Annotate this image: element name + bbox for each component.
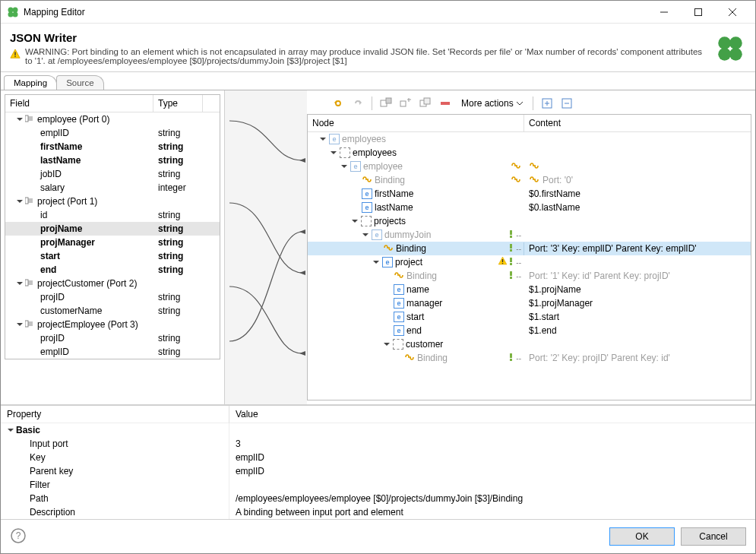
node-row[interactable]: estart$1.start	[308, 310, 751, 324]
help-button[interactable]: ?	[10, 527, 27, 546]
field-row[interactable]: project (Port 1)	[5, 195, 220, 208]
undo-button[interactable]	[330, 95, 346, 112]
close-button[interactable]	[715, 1, 749, 23]
field-row[interactable]: endstring	[5, 263, 220, 277]
svg-rect-26	[25, 321, 28, 327]
collapse-all-button[interactable]	[558, 95, 575, 112]
node-row[interactable]: ename$1.projName	[308, 283, 751, 296]
mapping-editor-window: Mapping Editor JSON Writer WARNING: Port…	[0, 0, 756, 554]
node-row[interactable]: eemployee	[308, 160, 751, 173]
node-row[interactable]: projects	[308, 214, 751, 228]
prop-value[interactable]	[229, 478, 755, 492]
chevron-down-icon[interactable]	[16, 321, 24, 328]
tab-source[interactable]: Source	[56, 75, 103, 90]
object-icon	[393, 339, 403, 350]
field-row[interactable]: projIDstring	[5, 331, 220, 345]
node-row[interactable]: emanager$1.projManager	[308, 296, 751, 310]
node-label: end	[406, 325, 422, 336]
prop-value[interactable]: emplID	[229, 464, 755, 478]
node-content: $1.projManager	[529, 298, 593, 309]
header-area: JSON Writer WARNING: Port binding to an …	[1, 24, 755, 72]
node-row[interactable]: efirstName$0.firstName	[308, 187, 751, 201]
node-row[interactable]: elastName$0.lastName	[308, 201, 751, 214]
prop-key: Input port	[1, 437, 229, 451]
field-row[interactable]: idstring	[5, 208, 220, 222]
chevron-down-icon[interactable]	[16, 198, 24, 205]
field-row[interactable]: salaryinteger	[5, 181, 220, 195]
field-row[interactable]: projectCustomer (Port 2)	[5, 277, 220, 290]
field-type: string	[153, 305, 203, 316]
chevron-down-icon[interactable]	[16, 116, 24, 123]
field-label: firstName	[40, 141, 82, 152]
col-content[interactable]: Content	[524, 115, 751, 131]
delete-button[interactable]	[437, 95, 454, 112]
col-property[interactable]: Property	[1, 406, 229, 423]
field-row[interactable]: projIDstring	[5, 290, 220, 304]
chevron-down-icon[interactable]	[319, 135, 327, 143]
section-basic[interactable]: Basic	[1, 423, 229, 437]
field-type: string	[153, 251, 203, 261]
chevron-down-icon[interactable]	[340, 163, 348, 170]
node-row[interactable]: customer	[308, 337, 751, 351]
chevron-down-icon[interactable]	[330, 149, 337, 157]
svg-rect-41	[510, 249, 512, 252]
field-row[interactable]: firstNamestring	[5, 140, 220, 154]
object-icon	[340, 147, 350, 158]
node-row[interactable]: edummyJoin--	[308, 228, 751, 242]
field-row[interactable]: customerNamestring	[5, 304, 220, 318]
titlebar: Mapping Editor	[1, 1, 755, 24]
minimize-button[interactable]	[647, 1, 681, 23]
field-row[interactable]: jobIDstring	[5, 167, 220, 181]
field-row[interactable]: startstring	[5, 249, 220, 263]
chevron-down-icon[interactable]	[351, 217, 359, 225]
tab-mapping[interactable]: Mapping	[4, 75, 57, 90]
svg-rect-44	[510, 258, 512, 262]
prop-value[interactable]: A binding between input port and element	[229, 505, 755, 519]
insert-node-button[interactable]	[397, 95, 414, 112]
svg-rect-18	[25, 198, 28, 204]
node-row[interactable]: eend$1.end	[308, 324, 751, 337]
col-value[interactable]: Value	[229, 406, 755, 423]
field-row[interactable]: emplIDstring	[5, 126, 220, 140]
expand-all-button[interactable]	[539, 95, 555, 112]
field-label: projManager	[40, 237, 95, 248]
copy-node-button[interactable]	[417, 95, 434, 112]
window-title: Mapping Editor	[24, 7, 647, 17]
chevron-down-icon[interactable]	[16, 280, 24, 287]
field-row[interactable]: lastNamestring	[5, 154, 220, 167]
node-row[interactable]: Binding--Port: '3' Key: emplID' Parent K…	[308, 242, 751, 255]
warning-message: WARNING: Port binding to an element whic…	[10, 47, 707, 65]
prop-value[interactable]: /employees/employees/employee [$0]/proje…	[229, 492, 755, 505]
element-icon: e	[350, 161, 361, 172]
col-type[interactable]: Type	[153, 95, 203, 112]
add-node-button[interactable]	[378, 95, 394, 112]
chevron-down-icon[interactable]	[372, 258, 380, 266]
prop-value[interactable]: 3	[229, 437, 755, 451]
cancel-button[interactable]: Cancel	[681, 527, 746, 546]
more-actions-button[interactable]: More actions	[457, 95, 527, 112]
chevron-down-icon[interactable]	[362, 231, 369, 239]
field-row[interactable]: projNamestring	[5, 222, 220, 236]
prop-key: Key	[1, 451, 229, 464]
svg-point-3	[13, 11, 18, 17]
field-row[interactable]: employee (Port 0)	[5, 112, 220, 126]
field-row[interactable]: emplIDstring	[5, 345, 220, 359]
node-row[interactable]: Binding--Port: '1' Key: id' Parent Key: …	[308, 269, 751, 283]
field-row[interactable]: projManagerstring	[5, 236, 220, 249]
prop-value[interactable]: emplID	[229, 451, 755, 464]
node-row[interactable]: BindingPort: '0'	[308, 173, 751, 187]
prop-key: Description	[1, 505, 229, 519]
chevron-down-icon[interactable]	[383, 340, 391, 348]
node-row[interactable]: Binding--Port: '2' Key: projID' Parent K…	[308, 351, 751, 365]
field-row[interactable]: projectEmployee (Port 3)	[5, 318, 220, 331]
node-row[interactable]: eemployees	[308, 132, 751, 146]
node-row[interactable]: employees	[308, 146, 751, 160]
redo-button[interactable]	[350, 95, 366, 112]
maximize-button[interactable]	[681, 1, 715, 23]
col-node[interactable]: Node	[308, 115, 524, 131]
ok-button[interactable]: OK	[609, 527, 675, 546]
node-row[interactable]: eproject--	[308, 255, 751, 269]
col-field[interactable]: Field	[5, 95, 153, 112]
node-content: $1.projName	[529, 284, 581, 295]
port-icon	[25, 319, 36, 331]
